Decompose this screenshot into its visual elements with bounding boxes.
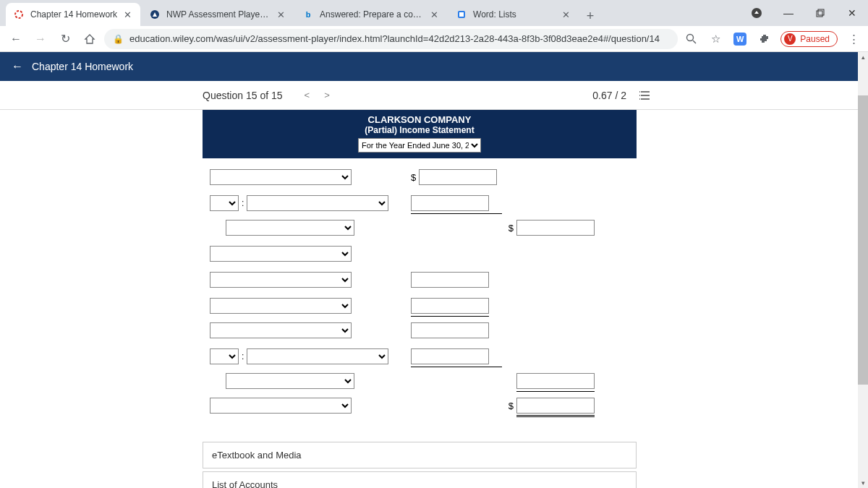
line2-amount[interactable] bbox=[411, 195, 489, 211]
line6-account[interactable] bbox=[210, 298, 352, 314]
svg-point-12 bbox=[639, 91, 640, 93]
browser-tab-0[interactable]: Chapter 14 Homework ✕ bbox=[6, 3, 140, 26]
scroll-up-icon[interactable]: ▴ bbox=[858, 52, 868, 62]
line8-prefix[interactable] bbox=[210, 348, 239, 364]
tab-title-1: NWP Assessment Player UI Appli bbox=[166, 9, 271, 20]
address-bar: ← → ↻ 🔒 education.wiley.com/was/ui/v2/as… bbox=[0, 26, 868, 52]
question-bar: Question 15 of 15 < > 0.67 / 2 bbox=[0, 81, 868, 110]
content-area: CLARKSON COMPANY (Partial) Income Statem… bbox=[0, 110, 858, 488]
period-select[interactable]: For the Year Ended June 30, 2020 bbox=[358, 138, 481, 153]
company-name: CLARKSON COMPANY bbox=[203, 114, 637, 125]
back-button[interactable]: ← bbox=[6, 29, 26, 49]
home-button[interactable] bbox=[80, 29, 100, 49]
line9-amount[interactable] bbox=[516, 373, 595, 389]
reload-button[interactable]: ↻ bbox=[55, 29, 75, 49]
browser-tab-2[interactable]: b Answered: Prepare a cost of goo ✕ bbox=[295, 3, 447, 26]
statement-header: CLARKSON COMPANY (Partial) Income Statem… bbox=[203, 110, 637, 158]
favicon-3 bbox=[456, 9, 467, 20]
colon-1: : bbox=[242, 198, 244, 208]
app-header: ← Chapter 14 Homework bbox=[0, 52, 868, 81]
forward-button[interactable]: → bbox=[30, 29, 51, 49]
bookmark-icon[interactable]: ☆ bbox=[707, 30, 724, 48]
url-text: education.wiley.com/was/ui/v2/assessment… bbox=[129, 33, 660, 44]
scroll-down-icon[interactable]: ▾ bbox=[858, 478, 868, 488]
favicon-0 bbox=[13, 9, 25, 20]
prev-question[interactable]: < bbox=[305, 90, 310, 100]
next-question[interactable]: > bbox=[324, 90, 330, 100]
line7-amount[interactable] bbox=[411, 322, 489, 338]
line10-amount[interactable] bbox=[516, 398, 595, 414]
line3-amount[interactable] bbox=[516, 220, 595, 236]
score-text: 0.67 / 2 bbox=[592, 90, 626, 101]
svg-line-8 bbox=[693, 40, 696, 43]
svg-rect-3 bbox=[459, 12, 464, 17]
vertical-scrollbar[interactable]: ▴ ▾ bbox=[858, 52, 868, 488]
window-controls: ― ✕ bbox=[741, 0, 868, 26]
tab-title-0: Chapter 14 Homework bbox=[30, 9, 117, 20]
line5-account[interactable] bbox=[210, 272, 352, 288]
statement-subtitle: (Partial) Income Statement bbox=[203, 125, 637, 135]
zoom-icon[interactable] bbox=[682, 30, 699, 48]
tab-close-0[interactable]: ✕ bbox=[122, 9, 133, 20]
question-list-icon[interactable] bbox=[639, 90, 651, 100]
app-back-button[interactable]: ← bbox=[12, 60, 23, 73]
paused-label: Paused bbox=[800, 34, 830, 44]
updates-icon[interactable] bbox=[741, 0, 773, 26]
svg-point-14 bbox=[639, 98, 640, 100]
extensions-icon[interactable] bbox=[756, 30, 773, 48]
browser-tab-1[interactable]: NWP Assessment Player UI Appli ✕ bbox=[142, 3, 294, 26]
line2-account[interactable] bbox=[247, 195, 388, 211]
list-of-accounts-link[interactable]: List of Accounts bbox=[203, 471, 637, 488]
line5-amount[interactable] bbox=[411, 272, 489, 288]
favicon-2: b bbox=[302, 9, 314, 20]
question-nav: < > bbox=[305, 90, 330, 100]
svg-rect-5 bbox=[817, 11, 822, 17]
etextbook-link[interactable]: eTextbook and Media bbox=[203, 442, 637, 468]
line8-account[interactable] bbox=[247, 348, 388, 364]
line9-account[interactable] bbox=[226, 373, 354, 389]
avatar: V bbox=[784, 33, 796, 45]
url-box[interactable]: 🔒 education.wiley.com/was/ui/v2/assessme… bbox=[104, 29, 678, 49]
line4-account[interactable] bbox=[210, 246, 352, 262]
maximize-button[interactable] bbox=[804, 0, 836, 26]
line8-amount[interactable] bbox=[411, 348, 489, 364]
line1-amount[interactable] bbox=[419, 169, 497, 185]
dollar-3: $ bbox=[509, 401, 514, 411]
tab-strip: Chapter 14 Homework ✕ NWP Assessment Pla… bbox=[0, 0, 868, 26]
scroll-thumb[interactable] bbox=[858, 95, 868, 385]
tab-title-3: Word: Lists bbox=[473, 9, 556, 20]
line7-account[interactable] bbox=[210, 322, 352, 338]
close-window-button[interactable]: ✕ bbox=[836, 0, 868, 26]
line10-account[interactable] bbox=[210, 398, 352, 414]
svg-point-13 bbox=[639, 95, 640, 96]
tab-close-2[interactable]: ✕ bbox=[428, 9, 440, 20]
tab-close-3[interactable]: ✕ bbox=[560, 9, 571, 20]
dollar-1: $ bbox=[411, 172, 416, 183]
new-tab-button[interactable]: + bbox=[580, 6, 600, 26]
tab-close-1[interactable]: ✕ bbox=[275, 9, 286, 20]
svg-rect-6 bbox=[818, 9, 824, 15]
minimize-button[interactable]: ― bbox=[773, 0, 804, 26]
line2-prefix[interactable] bbox=[210, 195, 239, 211]
line6-amount[interactable] bbox=[411, 298, 489, 314]
line1-account[interactable] bbox=[210, 169, 352, 185]
score-area: 0.67 / 2 bbox=[592, 90, 651, 101]
extension-w-icon[interactable]: W bbox=[731, 30, 749, 48]
profile-paused[interactable]: V Paused bbox=[780, 31, 838, 47]
toolbar-right: ☆ W V Paused ⋮ bbox=[682, 30, 862, 48]
svg-point-0 bbox=[15, 11, 22, 18]
tab-title-2: Answered: Prepare a cost of goo bbox=[320, 9, 424, 20]
favicon-1 bbox=[149, 9, 161, 20]
svg-point-7 bbox=[686, 35, 693, 41]
kebab-menu-icon[interactable]: ⋮ bbox=[845, 30, 862, 48]
assignment-title: Chapter 14 Homework bbox=[32, 61, 133, 72]
lock-icon: 🔒 bbox=[113, 34, 124, 44]
browser-tab-3[interactable]: Word: Lists ✕ bbox=[448, 3, 579, 26]
form-body: $ : bbox=[203, 158, 637, 439]
dollar-2: $ bbox=[509, 223, 514, 234]
question-label: Question 15 of 15 bbox=[203, 90, 283, 101]
line3-account[interactable] bbox=[226, 220, 354, 236]
colon-2: : bbox=[242, 351, 244, 361]
